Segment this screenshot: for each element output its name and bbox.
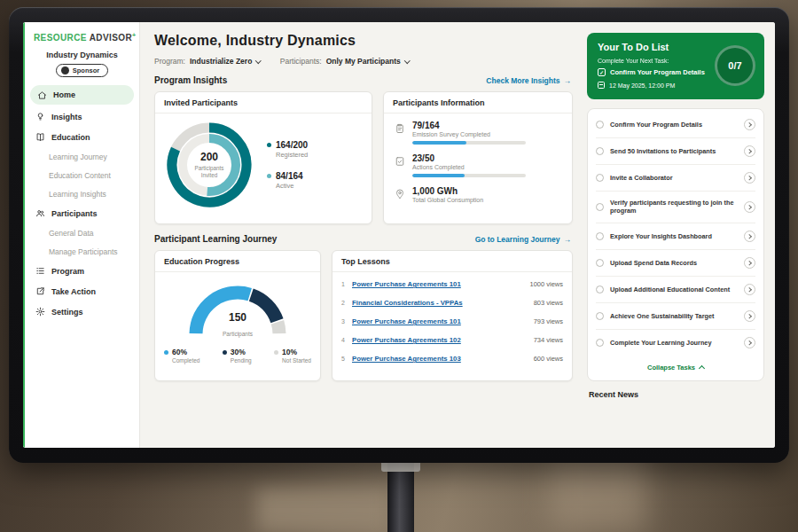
task-checkbox[interactable] xyxy=(596,339,604,347)
sidebar-item-education[interactable]: Education xyxy=(25,127,139,147)
card-title: Education Progress xyxy=(155,251,320,272)
card-title: Participants Information xyxy=(384,92,572,113)
task-checkbox[interactable] xyxy=(596,203,604,211)
task-checkbox[interactable] xyxy=(596,174,604,182)
legend-active: 84/164 Active xyxy=(267,171,308,190)
task-row-3[interactable]: Verify participants requesting to join t… xyxy=(596,192,755,223)
legend-not-started: 10% Not Started xyxy=(274,348,311,364)
invited-donut-chart: 200 Participants Invited xyxy=(162,118,256,212)
legend-registered: 164/200 Registered xyxy=(267,140,308,159)
lesson-link[interactable]: Power Purchase Agreements 101 xyxy=(352,280,461,288)
sponsor-badge[interactable]: Sponsor xyxy=(56,64,108,77)
donut-center-label: 200 Participants Invited xyxy=(162,118,256,212)
page-title: Welcome, Industry Dynamics xyxy=(154,33,573,49)
collapse-tasks-link[interactable]: Collapse Tasks xyxy=(596,356,755,378)
task-checkbox[interactable] xyxy=(596,286,604,293)
recent-news-header: Recent News xyxy=(587,390,764,399)
todo-panel: Your To Do List Complete Your Next Task:… xyxy=(583,22,775,448)
action-arrow-icon xyxy=(35,286,45,296)
survey-icon xyxy=(395,121,405,132)
sidebar-item-take-action[interactable]: Take Action xyxy=(25,281,139,301)
location-pin-icon xyxy=(395,187,405,198)
education-gauge-chart: 150 Participants xyxy=(179,276,296,341)
task-chevron-button[interactable] xyxy=(744,201,755,213)
task-checkbox[interactable] xyxy=(596,312,604,320)
sidebar-item-learning-journey[interactable]: Learning Journey xyxy=(25,147,139,166)
todo-summary-card: Your To Do List Complete Your Next Task:… xyxy=(587,33,764,99)
task-chevron-button[interactable] xyxy=(744,257,755,269)
lesson-row: 2 Financial Considerations - VPPAs 803 v… xyxy=(341,293,563,312)
legend-dot-pending xyxy=(223,350,227,355)
legend-dot-registered xyxy=(267,143,271,147)
participants-dropdown[interactable]: Participants: Only My Participants xyxy=(280,57,409,66)
section-title-learning-journey: Participant Learning Journey xyxy=(154,234,277,244)
task-chevron-button[interactable] xyxy=(744,119,755,130)
task-chevron-button[interactable] xyxy=(744,172,755,184)
lesson-row: 1 Power Purchase Agreements 101 1000 vie… xyxy=(341,275,563,293)
monitor-bezel: RESOURCE ADVISOR+ Industry Dynamics Spon… xyxy=(9,7,789,463)
sidebar-item-education-content[interactable]: Education Content xyxy=(25,166,139,184)
task-chevron-button[interactable] xyxy=(744,145,755,157)
legend-completed: 60% Completed xyxy=(164,348,200,364)
task-chevron-button[interactable] xyxy=(744,337,755,348)
card-title: Top Lessons xyxy=(332,251,572,272)
stat-emission-survey: 79/164 Emission Survey Completed xyxy=(395,121,561,145)
task-checkbox[interactable] xyxy=(596,121,604,129)
org-name: Industry Dynamics xyxy=(25,51,139,59)
section-title-program-insights: Program Insights xyxy=(154,75,227,85)
task-row-1[interactable]: Send 50 Invitations to Participants xyxy=(596,138,755,165)
education-legend: 60% Completed 30% Pending 10% Not Starte… xyxy=(155,341,320,364)
monitor-stand xyxy=(387,461,414,532)
sidebar-item-learning-insights[interactable]: Learning Insights xyxy=(25,184,139,203)
sidebar-item-program[interactable]: Program xyxy=(25,261,139,281)
task-row-7[interactable]: Achieve One Sustainability Target xyxy=(596,303,755,330)
legend-dot-active xyxy=(267,174,271,178)
book-icon xyxy=(35,132,45,142)
arrow-right-icon: → xyxy=(564,235,572,244)
lesson-link[interactable]: Power Purchase Agreements 101 xyxy=(352,317,461,325)
sidebar-item-general-data[interactable]: General Data xyxy=(25,223,139,242)
check-more-insights-link[interactable]: Check More Insights → xyxy=(486,76,571,85)
lesson-row: 4 Power Purchase Agreements 102 734 view… xyxy=(341,331,563,349)
lesson-list: 1 Power Purchase Agreements 101 1000 vie… xyxy=(332,272,572,371)
task-row-0[interactable]: Confirm Your Program Details xyxy=(596,112,755,138)
task-checkbox[interactable] xyxy=(596,147,604,155)
task-checkbox[interactable] xyxy=(596,232,604,240)
task-row-8[interactable]: Complete Your Learning Journey xyxy=(596,330,755,356)
task-row-2[interactable]: Invite a Collaborator xyxy=(596,165,755,192)
check-doc-icon xyxy=(395,154,405,165)
top-lessons-card: Top Lessons 1 Power Purchase Agreements … xyxy=(332,250,573,381)
program-dropdown[interactable]: Program: Industrialize Zero xyxy=(154,57,261,66)
task-checkbox[interactable] xyxy=(596,259,604,267)
sidebar-item-settings[interactable]: Settings xyxy=(25,301,139,322)
lesson-link[interactable]: Power Purchase Agreements 102 xyxy=(352,336,461,344)
gauge-center-label: 150 Participants xyxy=(179,311,296,340)
sidebar-item-home[interactable]: Home xyxy=(30,85,134,105)
task-row-5[interactable]: Upload Spend Data Records xyxy=(596,250,755,277)
lesson-row: 3 Power Purchase Agreements 101 793 view… xyxy=(341,312,563,331)
lesson-link[interactable]: Financial Considerations - VPPAs xyxy=(352,299,463,307)
task-row-4[interactable]: Explore Your Insights Dashboard xyxy=(596,223,755,250)
task-chevron-button[interactable] xyxy=(744,284,755,295)
task-chevron-button[interactable] xyxy=(744,231,755,242)
go-to-learning-journey-link[interactable]: Go to Learning Journey → xyxy=(475,235,571,244)
stat-actions-completed: 23/50 Actions Completed xyxy=(395,153,561,177)
list-icon xyxy=(35,266,45,276)
sidebar-item-participants[interactable]: Participants xyxy=(25,203,139,223)
lesson-link[interactable]: Power Purchase Agreements 103 xyxy=(352,355,461,363)
legend-pending: 30% Pending xyxy=(223,348,252,364)
sidebar-item-insights[interactable]: Insights xyxy=(25,106,139,127)
card-title: Invited Participants xyxy=(155,92,372,113)
sidebar: RESOURCE ADVISOR+ Industry Dynamics Spon… xyxy=(23,22,140,448)
task-row-6[interactable]: Upload Additional Educational Content xyxy=(596,277,755,303)
todo-tasks-card: Confirm Your Program Details Send 50 Inv… xyxy=(587,108,764,381)
task-chevron-button[interactable] xyxy=(744,310,755,322)
people-icon xyxy=(35,208,45,218)
participants-information-card: Participants Information 79/164 Emission… xyxy=(383,91,573,224)
stat-global-consumption: 1,000 GWh Total Global Consumption xyxy=(395,186,561,203)
sidebar-nav: Home Insights Education Learning Journey… xyxy=(25,85,139,322)
arrow-right-icon: → xyxy=(564,76,572,85)
sidebar-item-manage-participants[interactable]: Manage Participants xyxy=(25,242,139,261)
lesson-row: 5 Power Purchase Agreements 103 600 view… xyxy=(341,349,563,368)
background-desk-patch xyxy=(257,488,390,532)
